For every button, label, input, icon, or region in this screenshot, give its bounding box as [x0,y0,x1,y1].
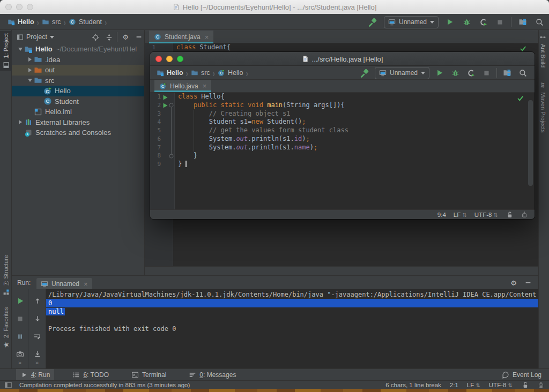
console-line[interactable]: null [46,307,538,316]
tree-item-src[interactable]: src [12,76,144,86]
breadcrumb-item-src[interactable]: src [191,69,210,77]
toolwindow-button-run[interactable]: 4: Run [16,369,54,381]
code-line-7[interactable]: System.out.println(s1.name); [178,144,317,152]
breadcrumb-item-class[interactable]: C Student [69,18,102,26]
line-separator-widget[interactable]: LF ⇅ [467,382,480,388]
tree-item-external-libraries[interactable]: External Libraries [12,117,144,128]
inspections-ok-icon[interactable] [517,95,524,102]
lock-icon[interactable] [506,211,513,218]
close-icon[interactable]: × [203,82,207,90]
code-line-6[interactable]: System.out.println(s1.id); [178,135,310,144]
project-panel-title[interactable]: Project [26,33,47,41]
gear-icon[interactable]: ⚙ [120,32,131,42]
more-actions-chevrons[interactable]: » [18,359,22,366]
lock-icon[interactable] [521,381,529,389]
stop-button[interactable] [494,17,505,27]
sidebar-item-structure[interactable]: 7: Structure [0,250,12,298]
chevron-down-icon[interactable] [50,36,54,39]
toolwindow-button-todo[interactable]: 6: TODO [68,369,113,381]
robot-icon[interactable] [537,381,545,389]
run-tab-unnamed[interactable]: Unnamed × [36,278,92,290]
run-with-coverage-button[interactable] [465,67,476,78]
tree-item-hello[interactable]: Hello~/Documents/Eyehunt/Hel [12,44,144,55]
screenshot-button[interactable] [15,349,26,359]
toolwindow-button-messages[interactable]: 0: Messages [184,369,240,381]
debug-button[interactable] [461,17,472,27]
breadcrumb-item-src[interactable]: src [42,18,61,26]
close-icon[interactable]: × [84,280,88,288]
tree-item-out[interactable]: out [12,65,144,76]
encoding-widget[interactable]: UTF-8 ⇅ [489,382,513,388]
run-line-marker-icon[interactable] [163,103,168,108]
toolwindow-button-terminal[interactable]: Terminal [127,369,170,381]
encoding-widget[interactable]: UTF-8 ⇅ [474,212,498,218]
hide-panel-button[interactable] [524,279,532,287]
run-with-coverage-button[interactable] [478,17,488,27]
run-line-marker-icon[interactable] [163,95,168,100]
sidebar-item-ant-build[interactable]: Ant Build [537,31,549,73]
search-everywhere-button[interactable] [517,67,528,78]
event-log-button[interactable]: Event Log [502,369,541,381]
tree-item-student[interactable]: CStudent [12,96,144,107]
sidebar-item-favorites[interactable]: ★ 2: Favorites [0,303,12,351]
caret-position-widget[interactable]: 2:1 [450,382,458,388]
toolwindow-toggle-icon[interactable] [4,381,12,389]
caret-position-widget[interactable]: 9:4 [437,212,446,218]
stop-button[interactable] [481,67,492,78]
rerun-button[interactable] [15,296,26,306]
inspections-ok-icon[interactable] [520,45,526,52]
breadcrumb-item-project[interactable]: Hello [157,69,183,77]
debug-button[interactable] [450,67,461,78]
run-button[interactable] [444,17,455,27]
run-button[interactable] [434,67,445,78]
up-stack-trace-button[interactable] [32,296,43,306]
chevron-down-icon[interactable] [16,48,24,51]
sidebar-item-maven-projects[interactable]: m Maven Projects [537,79,549,139]
chevron-right-icon[interactable] [16,120,24,124]
console-line[interactable] [46,316,538,325]
run-configuration-select[interactable]: Unnamed [384,16,439,28]
code-line-8[interactable]: } [178,152,197,160]
code-line-1[interactable]: class Hello{ [178,93,225,101]
breadcrumb-item-class[interactable]: C Hello [218,69,243,77]
search-everywhere-button[interactable] [534,17,545,27]
tree-item--idea[interactable]: .idea [12,55,144,65]
collapse-all-button[interactable] [103,32,114,42]
code-line-3[interactable]: // Creating object s1 [178,110,291,118]
console-line[interactable]: 0 [46,299,538,307]
soft-wrap-button[interactable] [32,331,43,342]
more-actions-chevrons[interactable]: » [35,359,39,366]
tree-item-scratches-and-consoles[interactable]: Scratches and Consoles [12,127,144,138]
float-window-titlebar[interactable]: .../src/Hello.java [Hello] [150,52,535,66]
build-hammer-button[interactable] [359,67,370,78]
build-hammer-button[interactable] [367,17,378,27]
project-structure-button[interactable] [517,17,528,27]
pause-output-button[interactable] [15,331,26,342]
main-window-titlebar[interactable]: Hello [~/Documents/Eyehunt/Hello] - .../… [0,0,549,14]
robot-icon[interactable] [521,211,528,218]
gear-icon[interactable]: ⚙ [510,279,517,287]
tab-student-java[interactable]: C Student.java × [149,31,213,43]
tab-hello-java[interactable]: C Hello.java × [154,80,211,92]
code-line-2[interactable]: public static void main(String args[]){ [178,101,345,110]
editor-scrollbar[interactable] [528,100,533,186]
line-separator-widget[interactable]: LF ⇅ [454,212,467,218]
chevron-down-icon[interactable] [26,79,34,82]
breadcrumb-item-project[interactable]: Hello [8,18,34,26]
tree-item-hello-iml[interactable]: Hello.iml [12,107,144,117]
locate-file-button[interactable] [90,32,101,42]
chevron-right-icon[interactable] [26,68,34,72]
run-configuration-select[interactable]: Unnamed [375,67,429,79]
sidebar-item-project[interactable]: 1: Project [0,31,12,71]
stop-button[interactable] [15,313,26,324]
project-structure-button[interactable] [502,67,513,78]
run-console-output[interactable]: /Library/Java/JavaVirtualMachines/jdk-11… [46,289,538,368]
chevron-right-icon[interactable] [26,57,34,62]
editor-hello-java[interactable]: 123456789 class Hello{ public static voi… [150,93,535,209]
console-line[interactable]: Process finished with exit code 0 [46,325,538,333]
code-line-4[interactable]: Student s1=new Student(); [178,118,306,126]
down-stack-trace-button[interactable] [32,313,43,324]
hide-panel-button[interactable] [133,32,144,42]
scroll-to-end-button[interactable] [32,349,43,359]
code-line-1[interactable]: class Student{ [176,43,231,52]
